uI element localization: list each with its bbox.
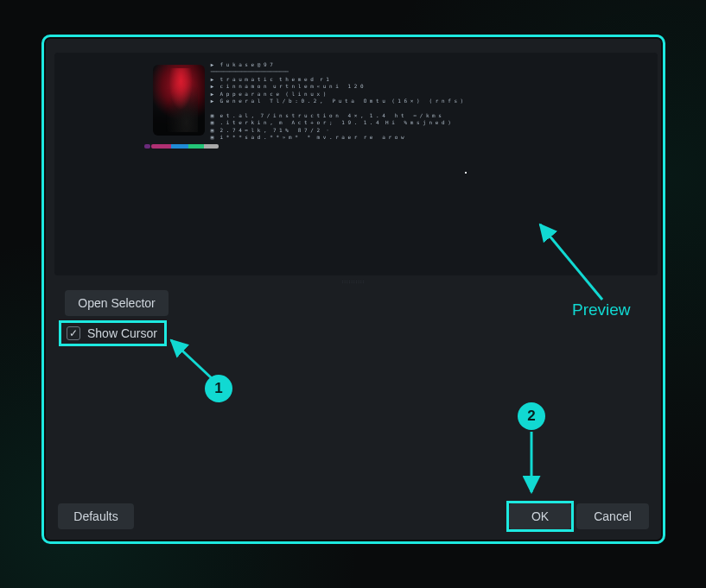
annotation-step-2-badge: 2: [518, 402, 545, 430]
preview-arrow-icon: [0, 0, 706, 588]
annotation-step-1-badge: 1: [205, 375, 232, 402]
page-canvas: ▶ f u k a s e @ 9 7 ────────────────────…: [0, 0, 706, 588]
annotation-preview-label: Preview: [572, 300, 631, 319]
svg-line-1: [171, 340, 213, 380]
svg-line-0: [540, 224, 602, 300]
